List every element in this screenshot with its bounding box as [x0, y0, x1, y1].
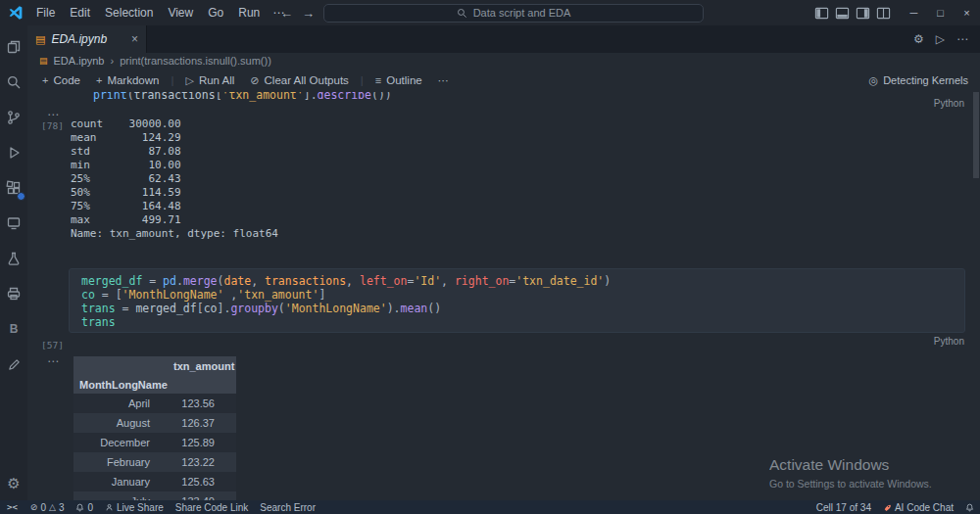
menu-item[interactable]: Go	[201, 3, 230, 23]
table-row: January125.63	[74, 472, 236, 491]
cell1-code-line[interactable]: print(transactions['txn_amount'].describ…	[93, 92, 392, 102]
cell-indicator[interactable]: Cell 17 of 34	[810, 500, 877, 514]
table-row: July133.40	[74, 491, 236, 500]
cell-indicator-label: Cell 17 of 34	[816, 502, 871, 513]
live-share-icon	[105, 503, 114, 512]
search-sidebar-icon[interactable]	[0, 65, 27, 100]
run-debug-icon[interactable]	[0, 135, 27, 170]
live-share-button[interactable]: Live Share	[99, 500, 170, 514]
menu-item[interactable]: Selection	[98, 3, 160, 23]
cell2-code: merged_df = pd.merge(date, transactions,…	[81, 274, 964, 329]
error-count: 0	[40, 502, 46, 513]
outline-button[interactable]: ≡ Outline	[368, 72, 429, 88]
menu-item[interactable]: Run	[231, 3, 267, 23]
extensions-icon[interactable]	[0, 170, 27, 206]
run-all-button[interactable]: ▷ Run All	[178, 72, 241, 89]
table-row: April123.56	[74, 394, 236, 413]
bell-count: 0	[87, 502, 93, 513]
editor-layout-icon[interactable]	[876, 6, 891, 21]
table-index-header: MonthLongName	[79, 379, 168, 391]
breadcrumb-file[interactable]: EDA.ipynb	[54, 55, 105, 67]
minimize-button[interactable]: ─	[901, 0, 927, 25]
breadcrumb-separator-icon: ›	[111, 55, 115, 67]
plus-icon: +	[96, 74, 102, 86]
table-row: August126.37	[74, 413, 236, 433]
tab-close-icon[interactable]: ×	[131, 32, 138, 46]
scrollbar-thumb[interactable]	[973, 92, 979, 178]
code-cell[interactable]: merged_df = pd.merge(date, transactions,…	[69, 268, 965, 333]
add-code-cell-button[interactable]: + Code	[35, 72, 87, 88]
table-header-row: txn_amount	[74, 356, 236, 375]
problems-indicator[interactable]: ⊘ 0 △ 3	[24, 500, 71, 514]
toolbar-divider: |	[358, 74, 367, 86]
search-error-button[interactable]: Search Error	[254, 500, 321, 514]
share-code-link-label: Share Code Link	[175, 502, 249, 513]
cell1-language-picker[interactable]: Python	[934, 98, 964, 109]
bell-icon	[965, 503, 974, 512]
clear-icon: ⊘	[250, 74, 259, 87]
cell1-output-menu-icon[interactable]: ⋯	[47, 108, 60, 121]
maximize-button[interactable]: □	[927, 0, 954, 25]
source-control-icon[interactable]	[0, 100, 27, 135]
toggle-panel-icon[interactable]	[835, 6, 850, 21]
settings-gear-icon[interactable]: ⚙	[7, 475, 20, 492]
share-code-link-button[interactable]: Share Code Link	[170, 500, 255, 514]
menu-item[interactable]: View	[161, 3, 200, 23]
search-error-label: Search Error	[260, 502, 316, 513]
notifications-count[interactable]: 0	[70, 500, 99, 514]
add-markdown-cell-button[interactable]: + Markdown	[89, 72, 167, 88]
cell2-language-picker[interactable]: Python	[934, 336, 964, 347]
remote-indicator[interactable]: ><	[0, 502, 24, 512]
toolbar-more-button[interactable]: ⋯	[431, 72, 456, 89]
cell1-output: count 30000.00mean 124.29std 87.08min 10…	[71, 117, 278, 241]
nav-forward-icon[interactable]: →	[302, 6, 315, 21]
vscode-logo-icon	[8, 5, 24, 21]
remote-explorer-icon[interactable]	[0, 206, 27, 241]
warning-count: 3	[59, 502, 65, 513]
close-window-button[interactable]: ×	[954, 0, 980, 25]
warning-icon: △	[49, 503, 56, 512]
breadcrumb: ▤ EDA.ipynb › print(transactions.isnull(…	[27, 53, 980, 69]
toggle-sidebar-icon[interactable]	[814, 6, 829, 21]
live-share-label: Live Share	[117, 502, 164, 513]
run-editor-icon[interactable]: ▷	[936, 32, 945, 46]
cell2-output-menu-icon[interactable]: ⋯	[47, 354, 60, 368]
run-icon: ▷	[185, 74, 193, 87]
nav-back-icon[interactable]: ←	[280, 6, 293, 21]
menu-item[interactable]: File	[29, 3, 62, 23]
table-value-header: txn_amount	[173, 360, 236, 372]
kernel-icon: ◎	[869, 74, 879, 87]
run-all-label: Run All	[199, 74, 234, 86]
plus-icon: +	[42, 74, 48, 86]
rocket-icon	[883, 503, 892, 512]
watermark-title: Activate Windows	[769, 456, 932, 474]
activate-windows-watermark: Activate Windows Go to Settings to activ…	[769, 456, 932, 490]
tab-eda-ipynb[interactable]: ▤ EDA.ipynb ×	[27, 25, 147, 53]
notifications-bell-button[interactable]	[959, 500, 980, 514]
bookmarks-icon[interactable]: B	[0, 311, 27, 347]
menu-item[interactable]: Edit	[63, 3, 97, 23]
menu-bar: FileEditSelectionViewGoRun	[29, 3, 267, 23]
toggle-secondary-sidebar-icon[interactable]	[856, 6, 870, 21]
testing-flask-icon[interactable]	[0, 241, 27, 276]
clear-all-outputs-button[interactable]: ⊘ Clear All Outputs	[243, 72, 356, 89]
breadcrumb-cell-ref[interactable]: print(transactions.isnull().sum())	[120, 55, 271, 67]
bell-icon	[75, 503, 84, 512]
ai-code-chat-button[interactable]: AI Code Chat	[877, 500, 959, 514]
error-icon: ⊘	[30, 503, 38, 512]
kernel-picker-button[interactable]: ◎ Detecting Kernels	[869, 74, 980, 87]
outline-label: Outline	[386, 74, 421, 86]
editor-area: ▤ EDA.ipynb × ⚙ ▷ ⋯ ▤ EDA.ipynb › print(…	[27, 25, 980, 500]
notebook-settings-gear-icon[interactable]: ⚙	[913, 32, 924, 46]
title-bar: FileEditSelectionViewGoRun ⋯ ← → Data sc…	[0, 0, 980, 25]
explorer-icon[interactable]	[0, 29, 27, 65]
cell2-execution-count: [57]	[41, 340, 64, 350]
search-icon	[457, 8, 467, 19]
outline-icon: ≡	[375, 74, 381, 86]
editor-more-actions-icon[interactable]: ⋯	[956, 32, 968, 46]
edit-pencil-icon[interactable]	[0, 347, 27, 382]
tab-label: EDA.ipynb	[51, 32, 107, 46]
print-icon[interactable]	[0, 276, 27, 311]
command-search-box[interactable]: Data script and EDA	[323, 4, 704, 23]
toolbar-divider: |	[168, 74, 176, 86]
